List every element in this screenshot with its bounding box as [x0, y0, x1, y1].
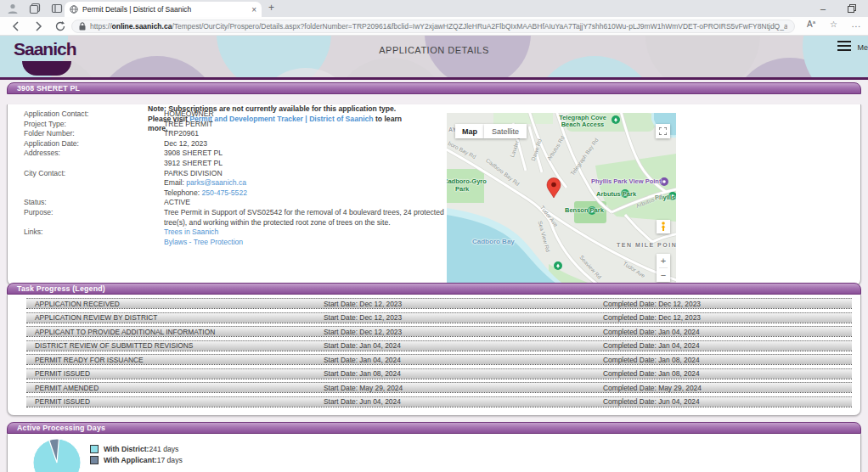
field-label: Purpose:	[24, 208, 164, 228]
field-link[interactable]: 250-475-5522	[201, 188, 247, 197]
task-name: PERMIT ISSUED	[35, 397, 90, 406]
task-start-date: Start Date: Dec 12, 2023	[324, 300, 402, 308]
task-row: APPLICATION REVIEW BY DISTRICTStart Date…	[26, 312, 852, 323]
lock-icon[interactable]	[79, 22, 86, 31]
back-button[interactable]	[10, 20, 22, 32]
legend-item: With Applicant: 17 days	[90, 454, 183, 465]
task-progress-panel: Task Progress (Legend) APPLICATION RECEI…	[7, 283, 861, 416]
tab-close-icon[interactable]: ×	[251, 5, 256, 14]
profile-icon[interactable]	[7, 3, 19, 14]
street-view-pegman[interactable]	[657, 220, 670, 233]
field-text: 3908 SHERET PL	[164, 149, 223, 157]
url-text: https://online.saanich.ca/Tempest/OurCit…	[90, 22, 787, 31]
map-fullscreen-button[interactable]	[656, 124, 670, 138]
map-embed[interactable]: Telegraph CoveBeach AccessPhyllis Park V…	[447, 113, 676, 295]
field-value-line: Bylaws - Tree Protection	[164, 238, 453, 248]
saanich-logo-arc	[22, 61, 71, 76]
task-row: PERMIT AMENDEDStart Date: May 29, 2024Co…	[26, 382, 852, 393]
zoom-out-button[interactable]: −	[657, 268, 670, 282]
application-details-panel: 3908 SHERET PL Application Contact:HOMEO…	[7, 82, 861, 276]
detail-field: Application Contact:HOMEOWNER	[24, 110, 453, 120]
new-tab-button[interactable]: +	[268, 2, 274, 14]
forward-button[interactable]	[32, 20, 44, 32]
field-value: TRP20961	[164, 129, 453, 139]
field-link[interactable]: parks@saanich.ca	[186, 178, 246, 187]
field-text: TREE PERMIT	[164, 120, 213, 128]
task-progress-header: Task Progress (Legend)	[7, 283, 861, 295]
reload-button[interactable]	[54, 20, 66, 32]
workspaces-icon[interactable]	[29, 3, 41, 14]
detail-field: Project Type:TREE PERMIT	[24, 120, 453, 130]
field-value: Trees in SaanichBylaws - Tree Protection	[164, 228, 453, 247]
detail-field: Addresses:3908 SHERET PL3912 SHERET PL	[24, 149, 453, 168]
field-value: 3908 SHERET PL3912 SHERET PL	[164, 149, 453, 168]
field-value-line: HOMEOWNER	[164, 110, 453, 120]
task-row: DISTRICT REVIEW OF SUBMITTED REVISIONSSt…	[26, 340, 852, 351]
settings-more-icon[interactable]: ...	[852, 20, 861, 29]
browser-window: Permit Details | District of Saanich × +…	[0, 0, 868, 472]
processing-days-header: Active Processing Days	[7, 422, 861, 434]
field-value: TREE PERMIT	[164, 120, 453, 130]
field-value-line: Telephone: 250-475-5522	[164, 188, 453, 199]
field-text: Tree Permit in Support of SVS02542 for t…	[164, 208, 444, 227]
decorative-circle	[803, 36, 868, 80]
tab-actions-icon[interactable]	[51, 3, 63, 14]
browser-toolbar: https://online.saanich.ca/Tempest/OurCit…	[0, 17, 868, 36]
saanich-logo[interactable]: Saanich	[14, 39, 90, 76]
field-link[interactable]: Bylaws - Tree Protection	[164, 238, 243, 246]
detail-field: Links:Trees in SaanichBylaws - Tree Prot…	[24, 228, 453, 247]
task-completed-date: Completed Date: Jan 08, 2024	[603, 356, 700, 364]
details-panel-header: 3908 SHERET PL	[7, 82, 861, 94]
legend-label: With District:	[104, 445, 149, 453]
field-label: Application Contact:	[24, 110, 164, 120]
task-row: PERMIT ISSUEDStart Date: Jan 08, 2024Com…	[26, 368, 852, 379]
address-bar[interactable]: https://online.saanich.ca/Tempest/OurCit…	[71, 20, 795, 33]
field-label: City Contact:	[24, 169, 164, 199]
field-value-line: PARKS DIVISION	[164, 169, 453, 179]
minimize-button[interactable]: –	[820, 3, 826, 14]
field-label: Project Type:	[24, 120, 164, 130]
legend-label: With Applicant:	[104, 456, 157, 464]
processing-days-title: Active Processing Days	[17, 424, 105, 432]
field-value-line: Trees in Saanich	[164, 228, 453, 238]
field-value-line: TREE PERMIT	[164, 120, 453, 130]
site-header: Saanich APPLICATION DETAILS Me	[0, 36, 868, 80]
task-row: PERMIT ISSUEDStart Date: Jun 04, 2024Com…	[26, 396, 852, 407]
browser-tab[interactable]: Permit Details | District of Saanich ×	[65, 2, 262, 17]
processing-days-pie-chart	[31, 437, 82, 472]
menu-label[interactable]: Me	[857, 43, 868, 52]
field-value: HOMEOWNER	[164, 110, 453, 120]
legend-value: 241 days	[149, 445, 178, 453]
detail-field: Application Date:Dec 12, 2023	[24, 139, 453, 149]
zoom-in-button[interactable]: +	[657, 254, 670, 267]
task-name: APPLICATION REVIEW BY DISTRICT	[35, 313, 157, 322]
field-value-line: ACTIVE	[164, 198, 453, 208]
field-label: Addresses:	[24, 149, 164, 168]
map-view-button[interactable]: Map	[455, 124, 484, 138]
task-name: PERMIT ISSUED	[35, 369, 90, 378]
field-link[interactable]: Trees in Saanich	[164, 228, 218, 236]
task-completed-date: Completed Date: Jun 04, 2024	[603, 397, 700, 406]
detail-field: Purpose:Tree Permit in Support of SVS025…	[24, 208, 453, 228]
favorites-star-icon[interactable]: ☆	[830, 20, 837, 29]
field-value-line: 3908 SHERET PL	[164, 149, 453, 159]
decorative-circle	[93, 56, 221, 80]
legend-swatch	[90, 456, 99, 464]
task-progress-title: Task Progress (Legend)	[17, 284, 105, 293]
field-label: Folder Number:	[24, 129, 164, 139]
decorative-circle	[645, 36, 760, 80]
field-value-line: Dec 12, 2023	[164, 139, 453, 149]
field-text: PARKS DIVISION	[164, 169, 223, 177]
task-completed-date: Completed Date: Jan 04, 2024	[603, 341, 700, 350]
field-value: Tree Permit in Support of SVS02542 for t…	[164, 208, 453, 228]
satellite-view-button[interactable]: Satellite	[484, 124, 527, 138]
menu-icon[interactable]	[837, 41, 851, 51]
map-canvas[interactable]	[447, 113, 676, 295]
field-value: Dec 12, 2023	[164, 139, 453, 149]
legend-item: With District: 241 days	[90, 443, 183, 454]
read-aloud-icon[interactable]: Aa	[807, 20, 815, 29]
detail-field: Folder Number:TRP20961	[24, 129, 453, 139]
restore-button[interactable]	[848, 4, 856, 13]
task-start-date: Start Date: Jan 04, 2024	[324, 356, 401, 364]
task-completed-date: Completed Date: Dec 12, 2023	[603, 300, 701, 308]
